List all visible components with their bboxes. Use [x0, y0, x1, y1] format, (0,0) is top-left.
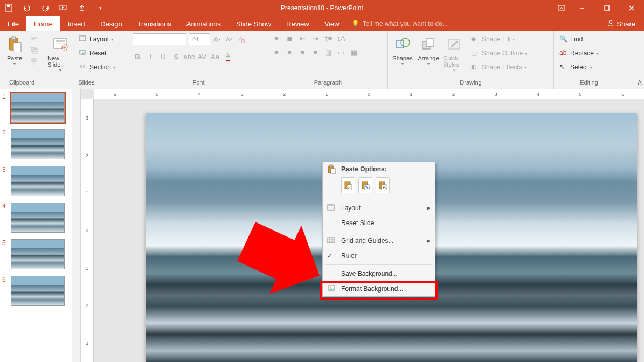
change-case-icon[interactable]: Aa: [210, 52, 220, 61]
char-spacing-icon[interactable]: AV: [197, 52, 207, 61]
slide-thumbnail[interactable]: 3: [0, 163, 80, 199]
shrink-font-icon[interactable]: A▾: [224, 34, 234, 44]
section-button[interactable]: Section ▾: [77, 61, 117, 73]
tab-transitions[interactable]: Transitions: [130, 16, 179, 31]
new-slide-button[interactable]: New Slide ▾: [47, 33, 73, 73]
align-text-icon[interactable]: ▭: [336, 47, 346, 57]
tab-insert[interactable]: Insert: [60, 16, 93, 31]
bullets-icon[interactable]: ≡: [272, 33, 281, 43]
grow-font-icon[interactable]: A▴: [212, 34, 222, 44]
menu-format-background[interactable]: Format Background...: [323, 281, 435, 296]
horizontal-ruler: 6543210123456: [94, 89, 644, 99]
slide-thumbnail[interactable]: 1: [0, 89, 80, 126]
smartart-icon[interactable]: ▦: [349, 47, 359, 57]
italic-icon[interactable]: I: [146, 52, 155, 61]
increase-indent-icon[interactable]: ⇥: [310, 33, 320, 43]
tab-design[interactable]: Design: [93, 16, 129, 31]
tab-home[interactable]: Home: [26, 16, 60, 31]
save-icon[interactable]: [4, 4, 13, 12]
svg-rect-16: [56, 40, 65, 42]
slide-thumbnail[interactable]: 2: [0, 126, 80, 163]
numbering-icon[interactable]: ≣: [285, 33, 294, 43]
menu-label: Layout: [341, 204, 361, 212]
layout-button[interactable]: Layout ▾: [77, 33, 117, 45]
svg-text:A: A: [383, 185, 386, 190]
reset-button[interactable]: Reset: [77, 47, 117, 59]
shapes-button[interactable]: Shapes▾: [391, 33, 414, 66]
font-family-combo[interactable]: [133, 33, 186, 45]
text-direction-icon[interactable]: ↕A: [336, 33, 346, 43]
redo-icon[interactable]: [41, 4, 50, 12]
group-clipboard: Paste ▾ ✂ Clipboard: [0, 31, 44, 89]
paste-text-only-icon[interactable]: A: [376, 177, 390, 193]
replace-button[interactable]: abReplace ▾: [557, 47, 600, 59]
menu-ruler[interactable]: ✓ Ruler: [323, 248, 435, 263]
decrease-indent-icon[interactable]: ⇤: [297, 33, 307, 43]
thumbnail-scrollbar[interactable]: [72, 89, 80, 362]
quick-styles-icon: [446, 36, 463, 53]
shape-fill-button[interactable]: ◆Shape Fill ▾: [469, 33, 529, 45]
share-button[interactable]: Share: [603, 16, 640, 31]
quick-styles-button[interactable]: Quick Styles▾: [443, 33, 466, 73]
group-label: Drawing: [391, 79, 550, 88]
shape-outline-button[interactable]: ▢Shape Outline ▾: [469, 47, 529, 59]
justify-icon[interactable]: ≡: [310, 47, 320, 57]
columns-icon[interactable]: ▥: [323, 47, 333, 57]
tab-view[interactable]: View: [317, 16, 347, 31]
tell-me-search[interactable]: 💡 Tell me what you want to do...: [347, 16, 448, 31]
paste-button[interactable]: Paste ▾: [3, 33, 26, 66]
menu-reset-slide[interactable]: Reset Slide: [323, 215, 435, 231]
slide-number: 5: [2, 239, 9, 269]
slide-thumb-image: [11, 203, 65, 233]
strikethrough-icon[interactable]: abc: [184, 52, 194, 61]
maximize-icon[interactable]: [594, 0, 619, 16]
bold-icon[interactable]: B: [133, 52, 142, 61]
minimize-icon[interactable]: [570, 0, 594, 16]
align-left-icon[interactable]: ≡: [272, 47, 281, 57]
slide-thumbnail[interactable]: 5: [0, 236, 80, 273]
svg-rect-13: [33, 49, 37, 53]
menu-layout[interactable]: Layout ▶: [323, 200, 435, 215]
undo-icon[interactable]: [23, 4, 31, 12]
paste-keep-source-formatting-icon[interactable]: [358, 177, 372, 193]
close-icon[interactable]: [619, 0, 644, 16]
collapse-ribbon-icon[interactable]: ᐱ: [638, 79, 642, 87]
svg-rect-26: [241, 40, 245, 43]
font-size-combo[interactable]: [189, 33, 210, 45]
ribbon-display-options-icon[interactable]: [553, 0, 570, 16]
shape-effects-button[interactable]: ◐Shape Effects ▾: [469, 61, 529, 73]
qat-customize-icon[interactable]: ▾: [96, 4, 105, 12]
svg-point-8: [609, 20, 612, 24]
touch-mode-icon[interactable]: [78, 4, 86, 12]
menu-label: Reset Slide: [341, 219, 374, 227]
format-painter-icon[interactable]: [29, 57, 39, 67]
tab-animations[interactable]: Animations: [179, 16, 228, 31]
align-center-icon[interactable]: ≡: [285, 47, 294, 57]
tab-file[interactable]: File: [0, 16, 26, 31]
start-from-beginning-icon[interactable]: [59, 4, 68, 12]
slide-number: 2: [2, 129, 9, 159]
group-paragraph: ≡ ≣ ⇤ ⇥ ‡≡ ↕A ≡ ≡ ≡ ≡ ▥ ▭ ▦ Paragraph: [268, 31, 388, 89]
svg-rect-12: [31, 47, 36, 52]
font-color-icon[interactable]: A: [223, 52, 233, 61]
arrange-button[interactable]: Arrange▾: [417, 33, 440, 66]
find-icon: 🔍: [559, 35, 568, 44]
align-right-icon[interactable]: ≡: [297, 47, 307, 57]
section-icon: [79, 63, 87, 72]
clear-formatting-icon[interactable]: [236, 34, 246, 44]
slide-thumbnail[interactable]: 4: [0, 199, 80, 236]
paste-use-destination-theme-icon[interactable]: a: [341, 177, 355, 193]
tab-slideshow[interactable]: Slide Show: [228, 16, 279, 31]
find-button[interactable]: 🔍Find: [557, 33, 600, 45]
slide-thumbnail-panel[interactable]: 123456: [0, 89, 81, 362]
slide-thumbnail[interactable]: 6: [0, 273, 80, 309]
underline-icon[interactable]: U: [158, 52, 168, 61]
copy-icon[interactable]: [29, 45, 39, 55]
menu-grid-guides[interactable]: Grid and Guides... ▶: [323, 233, 435, 248]
tab-review[interactable]: Review: [279, 16, 317, 31]
menu-save-background[interactable]: Save Background...: [323, 266, 435, 281]
shadow-icon[interactable]: S: [171, 52, 181, 61]
line-spacing-icon[interactable]: ‡≡: [323, 33, 333, 43]
cut-icon[interactable]: ✂: [29, 33, 39, 43]
select-button[interactable]: ↖Select ▾: [557, 61, 600, 73]
